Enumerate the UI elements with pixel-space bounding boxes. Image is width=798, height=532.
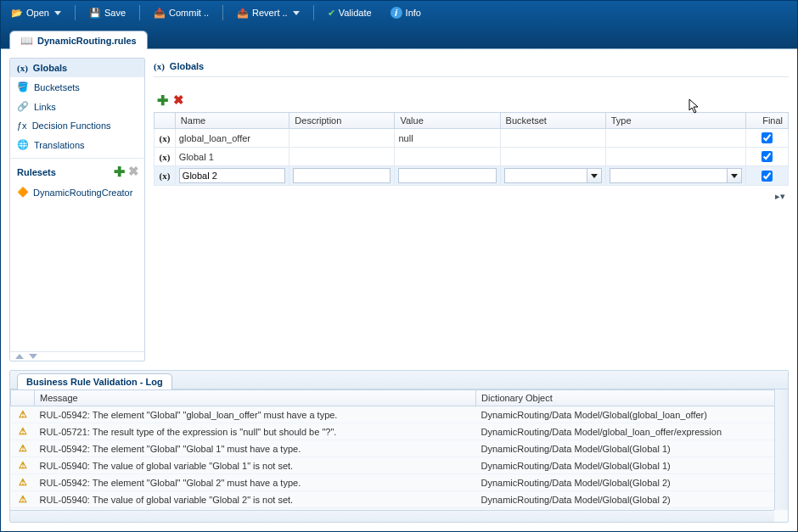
log-msg: RUL-05942: The element "Global" "global_… (35, 406, 476, 423)
table-row[interactable]: (x) Global 1 (155, 148, 789, 166)
validate-button[interactable]: ✔ Validate (323, 6, 377, 20)
cell-bucketset[interactable] (500, 129, 605, 148)
sidebar-item-bucketsets[interactable]: 🪣 Bucketsets (10, 77, 144, 97)
sidebar-item-decision-functions[interactable]: ƒx Decision Functions (10, 116, 144, 135)
cell-value[interactable] (395, 148, 500, 166)
content-title: (x) Globals (154, 58, 789, 77)
cell-name[interactable] (175, 166, 289, 186)
cell-type[interactable] (605, 129, 746, 148)
move-down-icon[interactable] (29, 354, 37, 359)
log-obj: DynamicRouting/Data Model/Global(Global … (476, 457, 788, 474)
log-col-message[interactable]: Message (35, 390, 476, 406)
cell-bucketset[interactable] (500, 148, 605, 166)
cell-name[interactable]: global_loan_offer (175, 129, 289, 148)
validate-label: Validate (339, 8, 372, 18)
vertical-scrollbar[interactable] (774, 389, 788, 510)
sidebar-item-translations[interactable]: 🌐 Translations (10, 135, 144, 154)
cell-value[interactable] (395, 166, 500, 186)
rulesets-heading: Rulesets ✚ ✖ (10, 158, 144, 183)
add-ruleset-icon[interactable]: ✚ (114, 164, 125, 180)
horizontal-scrollbar[interactable] (10, 510, 774, 522)
file-tabbar: 📖 DynamicRouting.rules (1, 25, 797, 48)
description-input[interactable] (293, 168, 391, 183)
validation-tab[interactable]: Business Rule Validation - Log (17, 373, 172, 389)
log-row[interactable]: ⚠RUL-05940: The value of global variable… (11, 491, 788, 508)
open-button[interactable]: 📂 Open (6, 6, 66, 20)
cell-description[interactable] (289, 129, 395, 148)
cell-name[interactable]: Global 1 (175, 148, 289, 166)
sidebar-item-label: Decision Functions (32, 120, 111, 131)
cell-value[interactable]: null (395, 129, 500, 148)
separator (139, 5, 140, 20)
dropdown-button[interactable] (587, 168, 602, 183)
globe-icon: 🌐 (17, 139, 29, 150)
main-toolbar: 📂 Open 💾 Save 📥 Commit .. 📤 Revert .. ✔ … (1, 1, 797, 25)
col-description[interactable]: Description (289, 113, 395, 129)
revert-label: Revert .. (252, 8, 288, 18)
sidebar-item-label: Translations (34, 140, 85, 150)
log-obj: DynamicRouting/Data Model/Global(Global … (476, 491, 788, 508)
bucket-icon: 🪣 (17, 81, 29, 92)
warning-icon: ⚠ (17, 409, 29, 420)
log-obj: DynamicRouting/Data Model/Global(Global … (476, 474, 788, 491)
row-x-icon: (x) (160, 133, 171, 143)
sidebar-item-globals[interactable]: (x) Globals (10, 59, 144, 77)
cell-type[interactable] (605, 166, 746, 186)
table-row[interactable]: (x) (155, 166, 789, 186)
ruleset-item[interactable]: 🔶 DynamicRoutingCreator (10, 183, 144, 201)
info-button[interactable]: i Info (385, 5, 426, 20)
log-row[interactable]: ⚠RUL-05942: The element "Global" "Global… (11, 474, 788, 491)
warning-icon: ⚠ (17, 426, 29, 437)
cell-bucketset[interactable] (500, 166, 605, 186)
log-row[interactable]: ⚠RUL-05942: The element "Global" "Global… (11, 440, 788, 457)
scroll-right-icon[interactable]: ▸▾ (775, 191, 785, 202)
add-row-icon[interactable]: ✚ (157, 92, 168, 109)
log-row[interactable]: ⚠RUL-05721: The result type of the expre… (11, 423, 788, 440)
col-icon-header (155, 113, 176, 129)
col-value[interactable]: Value (395, 113, 500, 129)
name-input[interactable] (179, 168, 286, 183)
row-x-icon: (x) (160, 171, 171, 181)
warning-icon: ⚠ (17, 477, 29, 488)
x-icon: (x) (17, 63, 28, 73)
log-obj: DynamicRouting/Data Model/Global(global_… (476, 406, 788, 423)
final-checkbox[interactable] (761, 132, 773, 143)
file-tab-title: DynamicRouting.rules (37, 36, 137, 46)
dropdown-button[interactable] (727, 168, 742, 183)
x-icon: (x) (154, 61, 165, 71)
commit-button[interactable]: 📥 Commit .. (149, 6, 214, 20)
sidebar-item-links[interactable]: 🔗 Links (10, 97, 144, 116)
table-row[interactable]: (x) global_loan_offer null (155, 129, 789, 148)
cell-description[interactable] (289, 166, 395, 186)
log-obj: DynamicRouting/Data Model/global_loan_of… (476, 423, 788, 440)
check-icon: ✔ (328, 8, 335, 19)
main-area: (x) Globals 🪣 Bucketsets 🔗 Links ƒx Deci… (1, 48, 797, 370)
commit-label: Commit .. (169, 8, 209, 18)
save-button[interactable]: 💾 Save (84, 6, 131, 20)
delete-row-icon[interactable]: ✖ (173, 92, 184, 109)
type-input[interactable] (610, 168, 743, 183)
log-row[interactable]: ⚠RUL-05942: The element "Global" "global… (11, 406, 788, 423)
file-tab[interactable]: 📖 DynamicRouting.rules (9, 31, 148, 49)
log-row[interactable]: ⚠RUL-05940: The value of global variable… (11, 457, 788, 474)
cell-type[interactable] (605, 148, 746, 166)
col-final[interactable]: Final (746, 113, 789, 129)
col-bucketset[interactable]: Bucketset (500, 113, 605, 129)
chevron-down-icon (293, 11, 300, 15)
book-icon: 📖 (20, 35, 33, 47)
move-up-icon[interactable] (15, 354, 24, 359)
col-type[interactable]: Type (605, 113, 746, 129)
delete-ruleset-icon[interactable]: ✖ (128, 164, 139, 180)
cell-description[interactable] (289, 148, 395, 166)
sidebar-item-label: Globals (33, 63, 67, 73)
revert-button[interactable]: 📤 Revert .. (232, 6, 305, 20)
log-col-object[interactable]: Dictionary Object (476, 390, 788, 406)
value-input[interactable] (398, 168, 496, 183)
content-footer: ▸▾ (154, 186, 789, 202)
separator (313, 5, 314, 20)
app-window: 📂 Open 💾 Save 📥 Commit .. 📤 Revert .. ✔ … (0, 0, 798, 532)
final-checkbox[interactable] (761, 171, 773, 182)
validation-tab-label: Business Rule Validation - Log (26, 377, 163, 387)
final-checkbox[interactable] (761, 151, 773, 162)
col-name[interactable]: Name (175, 113, 289, 129)
